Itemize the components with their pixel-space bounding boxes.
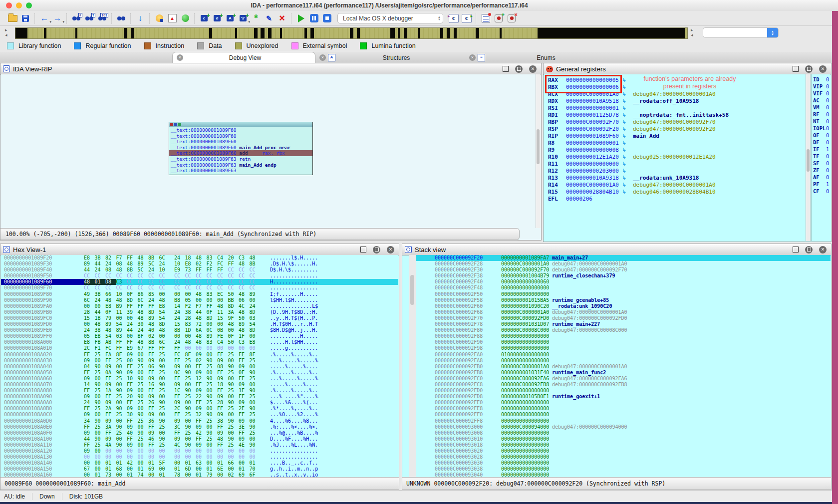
stop-process-icon[interactable]: [321, 12, 333, 24]
flag-row[interactable]: ZF0: [812, 167, 831, 174]
stack-row[interactable]: 000000C000092F28000000C0000001A0debug047…: [416, 261, 831, 267]
node-line[interactable]: __text:0000000001089F63 main_Add endp: [171, 162, 311, 168]
stack-row[interactable]: 000000C000093000000000C000094000debug047…: [416, 424, 831, 430]
navigator-search-combo[interactable]: ▲▼: [703, 27, 779, 38]
graph-canvas[interactable]: __text:0000000001089F60__text:0000000001…: [1, 74, 541, 228]
hex-row[interactable]: 0000000001089F604801D8C3CCCCCCCCCCCCCCCC…: [1, 279, 398, 285]
navigate-back-icon[interactable]: ←▾: [38, 12, 50, 24]
flag-row[interactable]: AF0: [812, 174, 831, 181]
hex-row[interactable]: 000000000108A0E0FF253A900900FF253C900900…: [1, 424, 398, 430]
flag-row[interactable]: CF0: [812, 188, 831, 195]
stack-row[interactable]: 000000C000092FE80000000000000000: [416, 406, 831, 412]
stack-view-close-icon[interactable]: ✕: [819, 246, 827, 253]
jump-binary-icon[interactable]: 101: [96, 12, 108, 24]
hex-row[interactable]: 000000000108A050FF250A900900FF250C900900…: [1, 370, 398, 376]
stack-row[interactable]: 000000C000092F80000000C00008C000debug047…: [416, 327, 831, 333]
navigation-band[interactable]: [15, 27, 688, 39]
register-row[interactable]: R90000000000000008↳: [544, 146, 831, 153]
hex-row[interactable]: 000000000108A07014900900FF2516900900FF25…: [1, 382, 398, 388]
stack-row[interactable]: 000000C000092FB0000000C0000001A0debug047…: [416, 364, 831, 370]
node-line[interactable]: __text:0000000001089F60: [171, 139, 311, 145]
register-jump-icon[interactable]: ↳: [622, 182, 633, 188]
ida-view-restore-icon[interactable]: [515, 65, 523, 73]
flag-row[interactable]: IOPL0: [812, 125, 831, 132]
stack-row[interactable]: 000000C0000930200000000000000000: [416, 448, 831, 454]
registers-restore-icon[interactable]: [805, 65, 813, 73]
hex-row[interactable]: 000000000108A110FF254A900900FF254C900900…: [1, 442, 398, 448]
flag-row[interactable]: ID0: [812, 76, 831, 83]
step-into-icon[interactable]: c▸: [448, 12, 460, 24]
tab-close-icon[interactable]: ×: [177, 54, 183, 61]
hex-row[interactable]: 0000000001089F70CCCCCCCCCCCCCCCCCCCCCCCC…: [1, 285, 398, 291]
register-jump-icon[interactable]: ↳: [622, 98, 633, 104]
breakpoint-list-icon[interactable]: [480, 12, 492, 24]
hex-row[interactable]: 000000000108A0B0FF252A900900FF252C900900…: [1, 406, 398, 412]
problems-icon[interactable]: ▲: [166, 12, 178, 24]
stack-row[interactable]: 000000C0000930280000000000000000: [416, 454, 831, 460]
register-row[interactable]: RIP0000000001089F60↳main_Add: [544, 132, 831, 139]
jump-address-icon[interactable]: #: [70, 12, 82, 24]
stack-row[interactable]: 000000C000092F380000000001004B79runtime_…: [416, 273, 831, 279]
register-jump-icon[interactable]: ↳: [622, 154, 633, 160]
make-data-icon[interactable]: d+: [211, 12, 223, 24]
stack-row[interactable]: 000000C000092FA80000000000000000: [416, 358, 831, 364]
stack-row[interactable]: 000000C000092F500000000000000000: [416, 291, 831, 297]
tab-structures[interactable]: ×AStructures: [315, 52, 465, 63]
step-over-icon[interactable]: c▸: [461, 12, 473, 24]
registers-close-icon[interactable]: ✕: [819, 65, 827, 73]
stack-row[interactable]: 000000C000092FD00000000000000000: [416, 388, 831, 394]
stack-row[interactable]: 000000C000092F400000000000000060: [416, 279, 831, 285]
hex-row[interactable]: 000000000108A04004900900FF2506900900FF25…: [1, 364, 398, 370]
register-jump-icon[interactable]: ↳: [622, 126, 633, 132]
hex-row[interactable]: 0000000001089F40442408488B5C2410E973FFFF…: [1, 267, 398, 273]
stack-row[interactable]: 000000C000092F900000000000000000: [416, 339, 831, 345]
register-jump-icon[interactable]: ↳: [622, 168, 633, 174]
register-jump-icon[interactable]: ↳: [622, 147, 633, 153]
pause-process-icon[interactable]: [308, 12, 320, 24]
register-row[interactable]: R80000000000000001↳: [544, 139, 831, 146]
tab-debug-view[interactable]: ×Debug View: [172, 52, 315, 63]
undefine-icon[interactable]: ×: [276, 12, 288, 24]
node-line[interactable]: __text:0000000001089F60 add rax, rbx: [169, 150, 312, 156]
register-row[interactable]: R1000000000012E1A20↳debug025:00000000012…: [544, 153, 831, 160]
stack-row[interactable]: 000000C000092F70000000C000092FD0debug047…: [416, 315, 831, 321]
hex-row[interactable]: 000000000108A000E8FBABFFFF488B6C24484883…: [1, 339, 398, 345]
register-row[interactable]: R110000000000000000↳: [544, 160, 831, 167]
register-jump-icon[interactable]: ↳: [622, 161, 633, 167]
register-jump-icon[interactable]: ↳: [622, 105, 633, 111]
stack-row[interactable]: 000000C0000930080000000000000000: [416, 430, 831, 436]
registers-scrollbar[interactable]: [806, 74, 811, 241]
lumina-server-icon[interactable]: [179, 12, 191, 24]
make-array-icon[interactable]: *: [250, 12, 262, 24]
hex-row[interactable]: 000000000108A020FF25FA8F0900FF25FC8F0900…: [1, 352, 398, 358]
stack-row[interactable]: 000000C000092F480000000000000000: [416, 285, 831, 291]
register-jump-icon[interactable]: ↳: [622, 119, 633, 125]
hex-row[interactable]: 000000000108A080FF251A900900FF251C900900…: [1, 388, 398, 394]
navigate-forward-icon[interactable]: →▾: [51, 12, 63, 24]
make-code-icon[interactable]: c+: [198, 12, 210, 24]
search-icon[interactable]: [115, 12, 127, 24]
hex-row[interactable]: 000000000108A130000000000000000000000000…: [1, 454, 398, 460]
stack-row[interactable]: 000000C000092F880000000000000000: [416, 333, 831, 339]
ida-view-close-icon[interactable]: ✕: [529, 65, 537, 73]
stack-row[interactable]: 000000C000092F200000000001089FA7main_mai…: [416, 255, 831, 261]
register-jump-icon[interactable]: ↳: [622, 112, 633, 118]
hex-row[interactable]: 0000000001089F50CCCCCCCCCCCCCCCCCCCCCCCC…: [1, 273, 398, 279]
stack-row[interactable]: 000000C000092FC0000000C000092FA6debug047…: [416, 376, 831, 382]
hex-view-minimize-icon[interactable]: [360, 247, 366, 252]
node-line[interactable]: __text:0000000001089F63: [171, 168, 311, 174]
tab-enums[interactable]: ×≡Enums: [465, 52, 615, 63]
navband-left-arrows-icon[interactable]: ▸◂: [5, 27, 7, 37]
navband-right-arrows-icon[interactable]: ▸◂: [691, 27, 693, 37]
stack-row[interactable]: 000000C000092F580000000001015BA5runtime_…: [416, 297, 831, 303]
stack-row[interactable]: 000000C000092FB80000000001031E40runtime_…: [416, 370, 831, 376]
jump-next-icon[interactable]: ↓: [134, 12, 146, 24]
stack-row[interactable]: 000000C000092FF80000000000000000: [416, 418, 831, 424]
flag-row[interactable]: AC0: [812, 97, 831, 104]
hex-row[interactable]: 000000000108A120090000000000000000000000…: [1, 448, 398, 454]
ida-view-minimize-icon[interactable]: [503, 66, 509, 72]
hex-row[interactable]: 000000000108A0600900FF2510900900FF251290…: [1, 376, 398, 382]
registers-minimize-icon[interactable]: [793, 66, 799, 72]
register-row[interactable]: RSI0000000000000001↳: [544, 104, 831, 111]
register-row[interactable]: R14000000C0000001A0↳debug047:000000C0000…: [544, 181, 831, 188]
